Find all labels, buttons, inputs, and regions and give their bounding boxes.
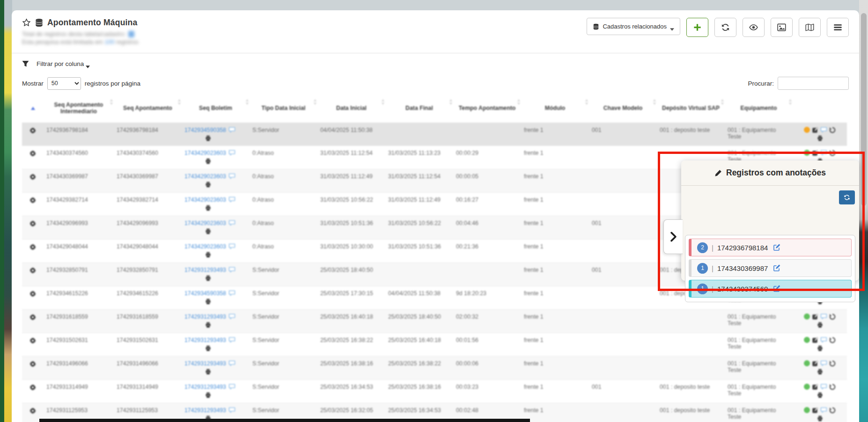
gear-icon[interactable] xyxy=(29,197,36,204)
row-settings-cell[interactable] xyxy=(22,286,44,309)
row-settings-cell[interactable] xyxy=(22,146,44,169)
row-settings-cell[interactable] xyxy=(22,239,44,262)
edit-annotation-icon[interactable] xyxy=(773,244,780,251)
row-settings-cell[interactable] xyxy=(22,123,44,146)
images-button[interactable] xyxy=(771,18,793,37)
print-icon[interactable] xyxy=(817,415,823,422)
row-settings-cell[interactable] xyxy=(22,192,44,216)
column-header[interactable]: Data Inicial xyxy=(317,94,385,123)
boletim-link[interactable]: 1743429023603 xyxy=(184,150,226,156)
row-settings-cell[interactable] xyxy=(22,309,44,333)
print-icon[interactable] xyxy=(817,322,823,328)
search-input[interactable] xyxy=(778,77,849,90)
print-icon[interactable] xyxy=(205,205,211,211)
print-icon[interactable] xyxy=(817,135,823,141)
refresh-button[interactable] xyxy=(714,18,736,37)
print-icon[interactable] xyxy=(205,252,211,258)
gear-icon[interactable] xyxy=(29,174,36,180)
gear-icon[interactable] xyxy=(29,384,36,391)
comment-icon[interactable] xyxy=(820,127,827,133)
edit-icon[interactable] xyxy=(812,337,818,343)
row-settings-cell[interactable] xyxy=(22,169,44,192)
history-icon[interactable] xyxy=(829,337,836,343)
boletim-link[interactable]: 1742931293493 xyxy=(184,384,226,390)
gear-icon[interactable] xyxy=(29,337,36,344)
comment-icon[interactable] xyxy=(820,313,827,320)
print-icon[interactable] xyxy=(205,345,211,351)
column-header[interactable]: Depósito Virtual SAP xyxy=(657,94,725,123)
add-button[interactable] xyxy=(686,18,708,37)
comment-icon[interactable] xyxy=(820,337,827,343)
edit-icon[interactable] xyxy=(812,127,818,133)
popup-collapse-button[interactable] xyxy=(663,219,683,254)
comment-icon[interactable] xyxy=(228,290,235,296)
comment-icon[interactable] xyxy=(228,150,235,156)
gear-icon[interactable] xyxy=(29,361,36,367)
column-header-settings[interactable] xyxy=(22,94,44,123)
annotation-item[interactable]: 1 | 1743430374560 xyxy=(689,280,852,298)
row-settings-cell[interactable] xyxy=(22,262,44,286)
column-header[interactable]: Data Final xyxy=(385,94,453,123)
comment-icon[interactable] xyxy=(228,407,235,413)
comment-icon[interactable] xyxy=(228,384,235,390)
comment-icon[interactable] xyxy=(228,267,235,273)
boletim-link[interactable]: 1743429023603 xyxy=(184,220,226,226)
comment-icon[interactable] xyxy=(228,337,235,343)
print-icon[interactable] xyxy=(205,135,211,141)
boletim-link[interactable]: 1742934590358 xyxy=(184,127,226,133)
boletim-link[interactable]: 1743429023603 xyxy=(184,173,226,180)
edit-icon[interactable] xyxy=(812,150,818,156)
comment-icon[interactable] xyxy=(820,407,827,413)
boletim-link[interactable]: 1742931293493 xyxy=(184,267,226,273)
edit-icon[interactable] xyxy=(812,313,818,320)
history-icon[interactable] xyxy=(829,150,836,156)
gear-icon[interactable] xyxy=(29,291,36,297)
annotation-item[interactable]: 1 | 1743430369987 xyxy=(689,259,852,277)
gear-icon[interactable] xyxy=(29,407,36,414)
edit-icon[interactable] xyxy=(812,407,818,414)
gear-icon[interactable] xyxy=(29,220,36,227)
annotation-item[interactable]: 2 | 1742936798184 xyxy=(689,239,852,256)
boletim-link[interactable]: 1743429023603 xyxy=(184,196,226,203)
print-icon[interactable] xyxy=(817,369,823,375)
print-icon[interactable] xyxy=(205,158,211,164)
print-icon[interactable] xyxy=(205,298,211,305)
comment-icon[interactable] xyxy=(228,196,235,203)
history-icon[interactable] xyxy=(829,127,836,133)
table-row[interactable]: 1742936798184 1742936798184 174293459035… xyxy=(22,123,847,146)
edit-icon[interactable] xyxy=(812,360,818,367)
comment-icon[interactable] xyxy=(228,173,235,179)
print-icon[interactable] xyxy=(205,322,211,328)
map-button[interactable] xyxy=(799,18,821,37)
column-header[interactable]: Tempo Apontamento xyxy=(453,94,521,123)
gear-icon[interactable] xyxy=(29,127,36,134)
column-header[interactable]: Seq Apontamento xyxy=(114,94,182,123)
row-settings-cell[interactable] xyxy=(22,216,44,239)
filter-by-column-dropdown[interactable]: Filtrar por coluna xyxy=(37,60,90,67)
edit-annotation-icon[interactable] xyxy=(773,264,780,272)
gear-icon[interactable] xyxy=(29,150,36,157)
print-icon[interactable] xyxy=(205,369,211,375)
comment-icon[interactable] xyxy=(820,384,827,390)
print-icon[interactable] xyxy=(817,392,823,398)
history-icon[interactable] xyxy=(829,384,836,390)
page-scrollbar[interactable] xyxy=(861,13,867,206)
comment-icon[interactable] xyxy=(228,313,235,320)
history-icon[interactable] xyxy=(829,360,836,367)
column-header[interactable]: Módulo xyxy=(521,94,589,123)
page-size-select[interactable]: 50 xyxy=(47,77,81,90)
annotations-refresh-button[interactable] xyxy=(839,190,855,204)
edit-icon[interactable] xyxy=(812,384,818,390)
print-icon[interactable] xyxy=(817,345,823,351)
print-icon[interactable] xyxy=(205,275,211,281)
edit-annotation-icon[interactable] xyxy=(773,285,780,292)
comment-icon[interactable] xyxy=(228,360,235,366)
row-settings-cell[interactable] xyxy=(22,379,44,403)
table-row[interactable]: 1742931618559 1742931618559 174293129349… xyxy=(22,309,847,333)
column-header[interactable]: Tipo Data Inicial xyxy=(250,94,317,123)
table-row[interactable]: 1742931502631 1742931502631 174293129349… xyxy=(22,333,847,356)
history-icon[interactable] xyxy=(829,313,836,320)
column-header[interactable]: Chave Modelo xyxy=(589,94,657,123)
print-icon[interactable] xyxy=(205,182,211,188)
column-header[interactable]: Seq Apontamento Intermediario xyxy=(44,94,114,123)
